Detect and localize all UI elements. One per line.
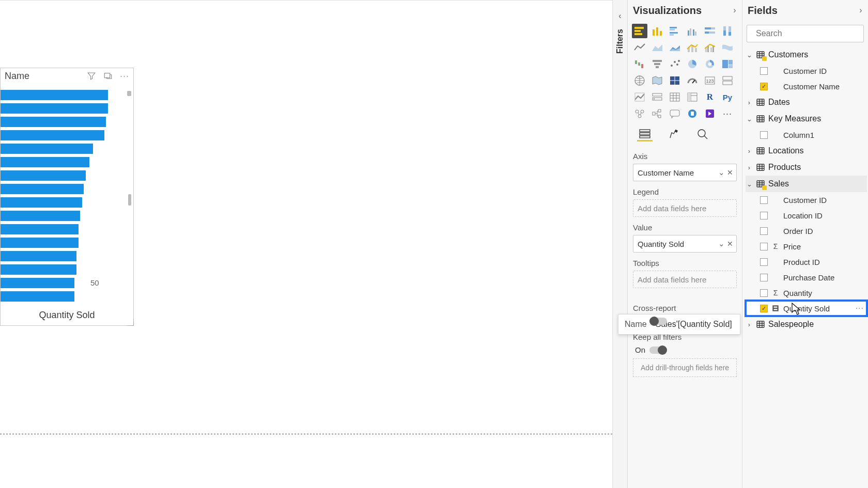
drillthrough-drop[interactable]: Add drill-through fields here xyxy=(633,358,737,377)
bar[interactable] xyxy=(1,170,126,181)
fields-search[interactable] xyxy=(747,25,864,42)
multi-row-card-icon[interactable] xyxy=(720,73,735,88)
bar[interactable] xyxy=(1,278,126,288)
table-locations[interactable]: ›Locations xyxy=(746,143,867,159)
bar[interactable] xyxy=(1,197,126,208)
field-customer-id[interactable]: Customer ID xyxy=(746,192,867,208)
ribbon-chart-icon[interactable] xyxy=(720,40,735,55)
analytics-tab[interactable] xyxy=(695,127,710,141)
field-checkbox[interactable] xyxy=(760,289,768,297)
field-checkbox[interactable] xyxy=(760,131,768,139)
treemap-icon[interactable] xyxy=(720,57,735,71)
shape-map-icon[interactable] xyxy=(667,73,683,88)
chevron-right-icon[interactable]: › xyxy=(746,164,753,171)
bar[interactable] xyxy=(1,184,126,194)
scatter-chart-icon[interactable] xyxy=(667,57,683,71)
donut-chart-icon[interactable] xyxy=(702,57,718,71)
bar[interactable] xyxy=(1,90,126,100)
chevron-down-icon[interactable]: ⌄ xyxy=(718,168,725,177)
axis-well[interactable]: Customer Name ⌄ ✕ xyxy=(633,164,737,181)
report-canvas[interactable]: Name ··· 50 Quanti xyxy=(0,0,612,488)
area-chart-icon[interactable] xyxy=(649,40,665,55)
field-checkbox[interactable] xyxy=(760,243,768,250)
field-checkbox[interactable] xyxy=(760,196,768,204)
field-checkbox[interactable] xyxy=(760,305,768,312)
tooltips-well[interactable]: Add data fields here xyxy=(633,271,737,288)
table-sales[interactable]: ⌄Sales xyxy=(746,176,867,192)
chevron-down-icon[interactable]: ⌄ xyxy=(746,180,753,188)
field-column1[interactable]: Column1 xyxy=(746,127,867,143)
qa-visual-icon[interactable] xyxy=(667,106,683,121)
line-clustered-column-icon[interactable] xyxy=(702,40,718,55)
kpi-icon[interactable] xyxy=(632,90,647,104)
field-purchase-date[interactable]: Purchase Date xyxy=(746,270,867,285)
field-checkbox[interactable] xyxy=(760,212,768,219)
table-salespeople[interactable]: ›Salespeople xyxy=(746,316,867,333)
field-quantity[interactable]: Quantity xyxy=(746,285,867,301)
remove-field-icon[interactable]: ✕ xyxy=(727,240,733,248)
chevron-down-icon[interactable]: ⌄ xyxy=(746,51,753,59)
bar[interactable] xyxy=(1,103,126,114)
field-customer-id[interactable]: Customer ID xyxy=(746,63,867,78)
chevron-left-icon[interactable]: ‹ xyxy=(618,11,621,21)
bar[interactable] xyxy=(1,224,126,234)
chevron-right-icon[interactable]: › xyxy=(746,321,753,328)
pie-chart-icon[interactable] xyxy=(685,57,700,71)
hundred-stacked-bar-icon[interactable] xyxy=(702,24,718,38)
clustered-bar-chart-icon[interactable] xyxy=(667,24,683,38)
waterfall-chart-icon[interactable] xyxy=(632,57,647,71)
bar[interactable] xyxy=(1,157,126,167)
stacked-area-chart-icon[interactable] xyxy=(667,40,683,55)
focus-mode-icon[interactable] xyxy=(102,70,114,82)
slicer-icon[interactable] xyxy=(649,90,665,104)
table-dates[interactable]: ›Dates xyxy=(746,94,867,111)
table-customers[interactable]: ⌄Customers xyxy=(746,46,867,63)
map-icon[interactable] xyxy=(632,73,647,88)
more-visuals-icon[interactable]: ··· xyxy=(720,106,735,121)
table-icon[interactable] xyxy=(667,90,683,104)
field-checkbox[interactable] xyxy=(760,83,768,90)
field-checkbox[interactable] xyxy=(760,258,768,266)
stacked-bar-chart-icon[interactable] xyxy=(632,24,647,38)
chart-scrollbar[interactable] xyxy=(127,91,131,275)
remove-field-icon[interactable]: ✕ xyxy=(727,168,733,177)
field-quantity-sold[interactable]: Quantity Sold··· xyxy=(746,301,867,316)
line-stacked-column-icon[interactable] xyxy=(685,40,700,55)
table-products[interactable]: ›Products xyxy=(746,159,867,176)
filters-pane-collapsed[interactable]: ‹ Filters xyxy=(612,0,628,488)
field-price[interactable]: Price xyxy=(746,239,867,254)
paginated-report-icon[interactable] xyxy=(685,106,700,121)
hundred-stacked-column-icon[interactable] xyxy=(720,24,735,38)
bar[interactable] xyxy=(1,238,126,248)
gauge-icon[interactable] xyxy=(685,73,700,88)
filter-icon[interactable] xyxy=(86,70,97,82)
stacked-column-chart-icon[interactable] xyxy=(649,24,665,38)
chevron-down-icon[interactable]: ⌄ xyxy=(718,239,725,248)
field-product-id[interactable]: Product ID xyxy=(746,254,867,270)
chevron-right-icon[interactable]: › xyxy=(746,99,753,106)
bar-chart-visual[interactable]: Name ··· 50 Quanti xyxy=(0,68,134,326)
chevron-right-icon[interactable]: › xyxy=(730,6,740,15)
bar[interactable] xyxy=(1,291,126,302)
field-checkbox[interactable] xyxy=(760,227,768,235)
key-influencers-icon[interactable] xyxy=(632,106,647,121)
field-checkbox[interactable] xyxy=(760,274,768,281)
card-icon[interactable]: 123 xyxy=(702,73,718,88)
legend-well[interactable]: Add data fields here xyxy=(633,199,737,217)
bar[interactable] xyxy=(1,144,126,154)
field-order-id[interactable]: Order ID xyxy=(746,223,867,239)
line-chart-icon[interactable] xyxy=(632,40,647,55)
bar[interactable] xyxy=(1,130,126,140)
chevron-right-icon[interactable]: › xyxy=(856,6,866,15)
value-well[interactable]: Quantity Sold ⌄ ✕ xyxy=(633,235,737,253)
clustered-column-chart-icon[interactable] xyxy=(685,24,700,38)
format-tab[interactable] xyxy=(666,127,681,141)
keep-filters-toggle[interactable]: On xyxy=(633,345,737,354)
python-visual-icon[interactable]: Py xyxy=(720,90,735,104)
field-checkbox[interactable] xyxy=(760,67,768,75)
chevron-right-icon[interactable]: › xyxy=(746,147,753,155)
bar[interactable] xyxy=(1,264,126,275)
bar[interactable] xyxy=(1,117,126,127)
search-input[interactable] xyxy=(756,29,859,38)
power-apps-icon[interactable] xyxy=(702,106,718,121)
